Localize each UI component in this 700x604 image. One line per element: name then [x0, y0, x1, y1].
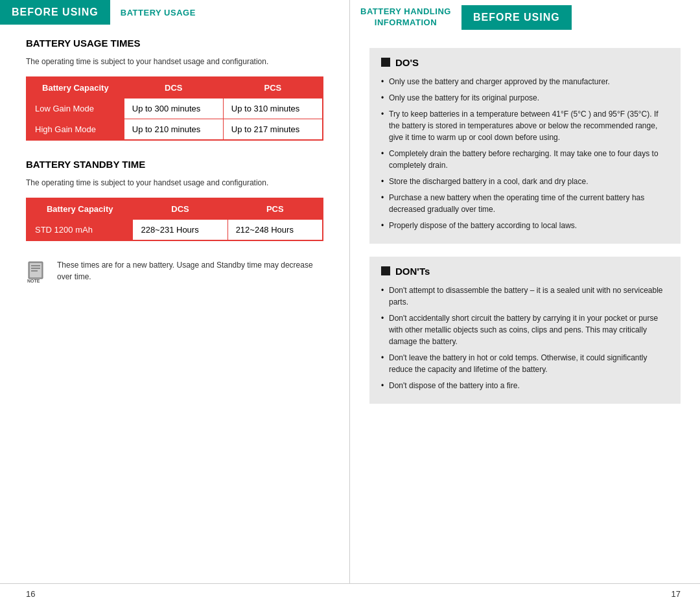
- left-header: BEFORE USING BATTERY USAGE: [0, 0, 349, 25]
- battery-standby-subtitle: The operating time is subject to your ha…: [26, 178, 323, 189]
- svg-rect-3: [31, 268, 40, 269]
- list-item: Properly dispose of the battery accordin…: [381, 218, 669, 233]
- std-dcs: 228~231 Hours: [133, 219, 228, 240]
- low-gain-dcs: Up to 300 minutes: [124, 98, 223, 119]
- note-text: These times are for a new battery. Usage…: [57, 259, 323, 283]
- col-header-pcs: PCS: [223, 77, 323, 99]
- std-label: STD 1200 mAh: [27, 219, 133, 240]
- before-using-badge-left: BEFORE USING: [0, 0, 110, 25]
- note-icon: NOTE: [26, 261, 49, 284]
- list-item: Don't accidentally short circuit the bat…: [381, 311, 669, 349]
- svg-rect-4: [31, 270, 38, 272]
- before-using-badge-right: BEFORE USING: [461, 5, 572, 30]
- table-row: STD 1200 mAh 228~231 Hours 212~248 Hours: [27, 219, 323, 240]
- list-item: Don't attempt to disassemble the battery…: [381, 283, 669, 309]
- donts-list: Don't attempt to disassemble the battery…: [381, 283, 669, 393]
- battery-usage-table: Battery Capacity DCS PCS Low Gain Mode U…: [26, 76, 323, 141]
- list-item: Purchase a new battery when the operatin…: [381, 191, 669, 216]
- right-page: BATTERY HANDLING INFORMATION BEFORE USIN…: [350, 0, 700, 583]
- standby-col-dcs: DCS: [133, 198, 228, 220]
- low-gain-label: Low Gain Mode: [27, 98, 124, 119]
- donts-section: DON'Ts Don't attempt to disassemble the …: [369, 257, 681, 404]
- list-item: Only use the battery for its original pu…: [381, 91, 669, 105]
- list-item: Only use the battery and charger approve…: [381, 75, 669, 89]
- left-page: BEFORE USING BATTERY USAGE BATTERY USAGE…: [0, 0, 350, 583]
- battery-standby-title: BATTERY STANDBY TIME: [26, 159, 323, 170]
- dos-title: DO'S: [381, 57, 669, 68]
- col-header-dcs: DCS: [124, 77, 223, 99]
- standby-col-pcs: PCS: [228, 198, 323, 220]
- battery-standby-table: Battery Capacity DCS PCS STD 1200 mAh 22…: [26, 198, 323, 241]
- table-row: High Gain Mode Up to 210 minutes Up to 2…: [27, 119, 323, 140]
- svg-rect-2: [31, 265, 40, 266]
- high-gain-pcs: Up to 217 minutes: [223, 119, 323, 140]
- battery-usage-subtitle: BATTERY USAGE: [110, 1, 206, 24]
- low-gain-pcs: Up to 310 minutes: [223, 98, 323, 119]
- right-content: DO'S Only use the battery and charger ap…: [350, 35, 700, 583]
- battery-usage-times-title: BATTERY USAGE TIMES: [26, 38, 323, 49]
- battery-handling-subtitle: BATTERY HANDLING INFORMATION: [350, 0, 461, 35]
- footer: 16 17: [0, 583, 700, 604]
- list-item: Store the discharged battery in a cool, …: [381, 174, 669, 189]
- battery-usage-times-subtitle: The operating time is subject to your ha…: [26, 56, 323, 67]
- table-row: Low Gain Mode Up to 300 minutes Up to 31…: [27, 98, 323, 119]
- list-item: Completely drain the battery before rech…: [381, 146, 669, 172]
- list-item: Try to keep batteries in a temperature b…: [381, 107, 669, 145]
- list-item: Don't dispose of the battery into a fire…: [381, 378, 669, 393]
- high-gain-dcs: Up to 210 minutes: [124, 119, 223, 140]
- std-pcs: 212~248 Hours: [228, 219, 323, 240]
- svg-text:NOTE: NOTE: [27, 279, 40, 283]
- note-section: NOTE These times are for a new battery. …: [26, 259, 323, 284]
- left-page-number: 16: [0, 584, 350, 604]
- left-content: BATTERY USAGE TIMES The operating time i…: [0, 25, 349, 583]
- right-header: BATTERY HANDLING INFORMATION BEFORE USIN…: [350, 0, 700, 35]
- donts-title: DON'Ts: [381, 266, 669, 277]
- right-page-number: 17: [350, 584, 700, 604]
- col-header-capacity: Battery Capacity: [27, 77, 124, 99]
- dos-list: Only use the battery and charger approve…: [381, 75, 669, 233]
- table-header-row: Battery Capacity DCS PCS: [27, 198, 323, 220]
- standby-col-capacity: Battery Capacity: [27, 198, 133, 220]
- table-header-row: Battery Capacity DCS PCS: [27, 77, 323, 99]
- dos-section: DO'S Only use the battery and charger ap…: [369, 48, 681, 244]
- list-item: Don't leave the battery in hot or cold t…: [381, 351, 669, 377]
- high-gain-label: High Gain Mode: [27, 119, 124, 140]
